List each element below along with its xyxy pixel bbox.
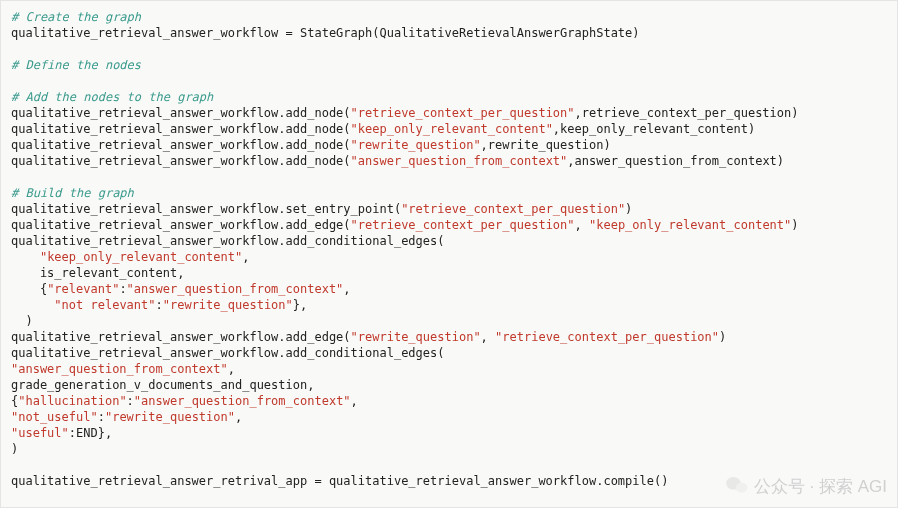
code-line — [11, 169, 887, 185]
code-line: # Create the graph — [11, 9, 887, 25]
code-line: # Define the nodes — [11, 57, 887, 73]
code-line: {"relevant":"answer_question_from_contex… — [11, 281, 887, 297]
code-line: qualitative_retrieval_answer_workflow.ad… — [11, 217, 887, 233]
code-line: qualitative_retrieval_answer_workflow.se… — [11, 201, 887, 217]
svg-point-1 — [735, 483, 747, 493]
code-line: qualitative_retrieval_answer_workflow.ad… — [11, 153, 887, 169]
code-line: "not relevant":"rewrite_question"}, — [11, 297, 887, 313]
code-line — [11, 41, 887, 57]
code-line: is_relevant_content, — [11, 265, 887, 281]
code-block: # Create the graphqualitative_retrieval_… — [11, 9, 887, 489]
code-line: qualitative_retrieval_answer_workflow.ad… — [11, 329, 887, 345]
code-line: qualitative_retrieval_answer_workflow.ad… — [11, 233, 887, 249]
code-line: grade_generation_v_documents_and_questio… — [11, 377, 887, 393]
code-line: qualitative_retrieval_answer_workflow.ad… — [11, 121, 887, 137]
watermark: 公众号 · 探索 AGI — [726, 476, 887, 497]
code-line: # Add the nodes to the graph — [11, 89, 887, 105]
code-line: # Build the graph — [11, 185, 887, 201]
code-line — [11, 457, 887, 473]
code-line: ) — [11, 313, 887, 329]
code-line — [11, 73, 887, 89]
code-line: "answer_question_from_context", — [11, 361, 887, 377]
code-line: "not_useful":"rewrite_question", — [11, 409, 887, 425]
code-line: qualitative_retrieval_answer_workflow.ad… — [11, 345, 887, 361]
code-line: "keep_only_relevant_content", — [11, 249, 887, 265]
code-line: ) — [11, 441, 887, 457]
code-line: qualitative_retrieval_answer_workflow = … — [11, 25, 887, 41]
wechat-icon — [726, 476, 748, 497]
code-line: {"hallucination":"answer_question_from_c… — [11, 393, 887, 409]
code-line: qualitative_retrieval_answer_workflow.ad… — [11, 137, 887, 153]
watermark-label: 公众号 · 探索 AGI — [754, 479, 887, 495]
code-line: "useful":END}, — [11, 425, 887, 441]
code-line: qualitative_retrieval_answer_workflow.ad… — [11, 105, 887, 121]
